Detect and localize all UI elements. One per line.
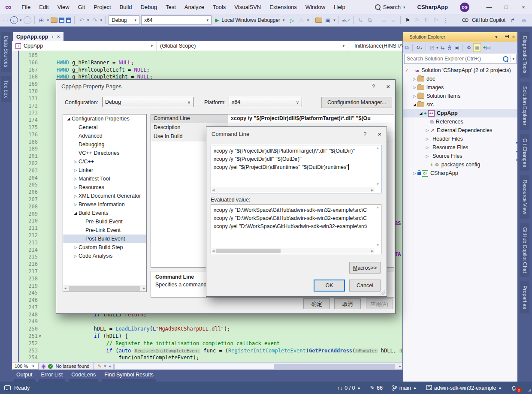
panel-tab-find-symbol-results[interactable]: Find Symbol Results [100,370,158,382]
panel-tab-output[interactable]: Output [12,370,37,382]
command-line-textbox[interactable]: xcopy /y "$(ProjectDir)dll\$(PlatformTar… [211,145,381,193]
fold-collapse-icon[interactable]: ∨ [39,333,44,340]
configuration-dropdown[interactable]: Debug▾ [109,15,139,25]
property-value[interactable]: xcopy /y "$(ProjectDir)dll\$(PlatformTar… [228,114,394,123]
search-icon[interactable] [503,56,508,62]
user-avatar[interactable]: DG [460,3,469,12]
expander-icon[interactable]: ▷ [411,85,417,90]
property-tree-item[interactable]: ▷Custom Build Step [63,243,146,252]
comment-icon[interactable]: ↳ [357,16,364,24]
chevron-down-icon[interactable]: ▾ [307,18,309,22]
open-folder-icon[interactable] [51,18,57,23]
property-tree-item[interactable]: Advanced [63,132,146,140]
property-tree-item[interactable]: VC++ Directories [63,149,146,157]
clear-bookmarks-icon[interactable]: ⚐ [432,16,440,24]
spell-check-icon[interactable]: abc✓ [342,16,351,24]
share-icon[interactable]: ↱ [509,16,517,24]
panel-tab-error-list[interactable]: Error List [37,370,67,382]
menu-item-extensions[interactable]: Extensions [265,0,301,14]
scroll-left-icon[interactable]: ◂ [109,364,111,368]
chevron-down-icon[interactable]: ▾ [87,18,89,22]
expander-icon[interactable]: ▷ [73,254,79,258]
solution-tree-item-csharpapp[interactable]: ▷C#CSharpApp [403,169,517,177]
expander-icon[interactable]: ▷ [73,177,79,181]
zoom-dropdown[interactable]: 100 %▾ [13,363,39,370]
property-tree-item[interactable]: Post-Build Event [63,235,146,243]
close-tab-icon[interactable]: × [57,34,60,40]
vertical-scrollbar[interactable]: ▲▼ [375,205,381,248]
property-tree-item[interactable]: ◢Build Events [63,209,146,217]
dialog-title-bar[interactable]: CppApp Property Pages ? × [56,80,395,93]
expander-icon[interactable]: ▷ [411,77,417,81]
property-tree-item[interactable]: Pre-Link Event [63,226,146,235]
expander-icon[interactable]: ▷ [73,159,79,164]
navbar-member-dropdown[interactable]: InitInstance(HINSTA [348,41,402,51]
tool-tab-github-copilot-chat[interactable]: GitHub Copilot Chat [520,223,529,277]
uncomment-icon[interactable]: ⧉ [366,16,374,24]
increase-indent-icon[interactable]: ≣ [390,16,397,24]
menu-item-git[interactable]: Git [74,0,90,14]
sync-with-active-document-icon[interactable]: ⇆ [441,45,445,51]
next-bookmark-icon[interactable]: ⚐ [423,16,430,24]
decrease-indent-icon[interactable]: ≣ [380,16,388,24]
window-position-icon[interactable]: ▾ [495,34,498,40]
menu-item-test[interactable]: Test [161,0,180,14]
solution-tree-item-source-files[interactable]: ▷Source Files [403,152,517,160]
tool-tab-data-sources[interactable]: Data Sources [1,32,11,72]
apply-button[interactable]: 应用(A) [366,298,393,309]
menu-item-build[interactable]: Build [115,0,136,14]
solution-tree-item-packages-config[interactable]: +⚙packages.config [403,160,517,169]
menu-item-edit[interactable]: Edit [35,0,53,14]
preview-window-icon[interactable]: ▣ [324,16,332,24]
expander-icon[interactable]: ▷ [73,194,79,198]
resize-grip[interactable] [380,290,385,295]
cancel-button[interactable]: Cancel [349,280,381,292]
horizontal-scrollbar[interactable]: ◀▶ [211,187,375,193]
solution-tree-item-cppapp[interactable]: ◢+++CppApp [403,109,517,117]
scrollbar-thumb[interactable] [115,364,274,369]
solution-tree-item-src[interactable]: ◢src [403,100,517,109]
collapse-all-icon[interactable]: ≪ [447,45,453,50]
property-tree-item[interactable]: ▷Code Analysis [63,252,146,260]
expander-icon[interactable]: ▷ [411,94,417,98]
resize-grip[interactable]: ◢ [528,387,531,392]
hot-reload-icon[interactable]: ♨ [298,16,305,24]
chevron-down-icon[interactable]: ▾ [20,18,22,22]
chevron-down-icon[interactable]: ▾ [333,18,336,22]
send-feedback-icon[interactable]: ☺ [520,16,528,24]
show-all-files-icon[interactable]: ▦ [473,43,481,52]
close-button[interactable]: × [378,130,381,138]
git-sync-status[interactable]: ↑↓0 / 0▲ [337,385,361,391]
menu-item-visualsvn[interactable]: VisualSVN [230,0,265,14]
menu-item-tools[interactable]: Tools [209,0,230,14]
minimize-button[interactable]: — [481,0,498,14]
menu-item-file[interactable]: File [17,0,35,14]
expander-icon[interactable]: ▷ [73,185,79,189]
solution-tree-item-images[interactable]: ▷images [403,83,517,92]
search-control[interactable]: Search ▾ [371,4,410,10]
chevron-down-icon[interactable]: ▾ [436,45,438,50]
expander-icon[interactable]: ▷ [424,154,430,158]
new-project-icon[interactable]: ⊞ [38,16,45,24]
solution-explorer-header[interactable]: Solution Explorer ▾ × [403,32,517,42]
help-button[interactable]: ? [372,83,375,90]
previous-bookmark-icon[interactable]: ⚐ [413,16,421,24]
expander-icon[interactable]: ▷ [424,137,430,141]
navbar-scope-dropdown[interactable]: (Global Scope) ▾ [157,41,348,51]
menu-item-view[interactable]: View [53,0,74,14]
scroll-right-icon[interactable]: ▸ [142,286,146,290]
platform-dropdown[interactable]: x64▾ [141,15,212,25]
dialog-title-bar[interactable]: Command Line ? × [206,127,387,141]
menu-item-analyze[interactable]: Analyze [180,0,209,14]
expander-icon[interactable]: ▷ [411,171,417,175]
tool-tab-git-changes[interactable]: Git Changes [520,134,529,171]
find-in-files-icon[interactable] [315,18,322,23]
chevron-down-icon[interactable]: ▾ [510,55,516,62]
toolbar-overflow-icon[interactable]: ⋮ [441,16,449,24]
close-button[interactable]: × [515,0,532,14]
expander-icon[interactable]: ▷ [424,145,430,150]
pending-changes-filter-icon[interactable]: ◷ [429,45,434,51]
tool-tab-resource-view[interactable]: Resource View [520,175,529,218]
chevron-down-icon[interactable]: ▾ [100,18,103,22]
ok-button[interactable]: 确定 [303,298,330,309]
